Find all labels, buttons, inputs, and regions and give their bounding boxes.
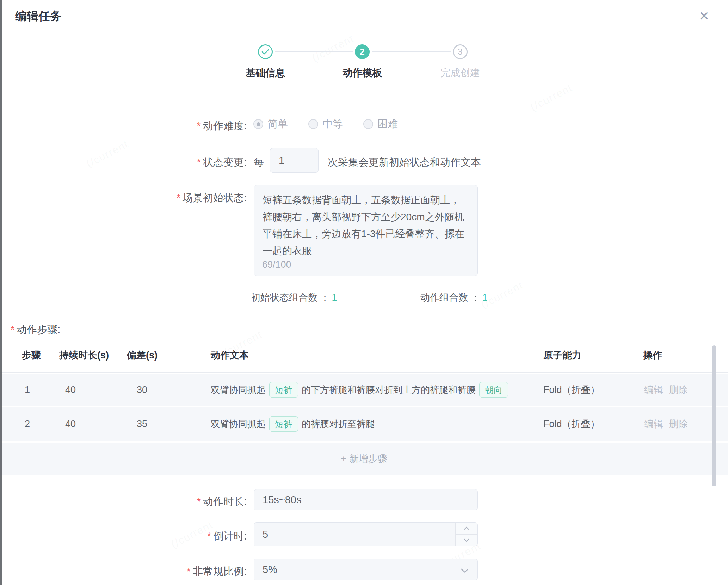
unusual-ratio-value: 5% xyxy=(263,564,277,575)
radio-medium-dot[interactable] xyxy=(308,119,318,129)
required-asterisk: * xyxy=(11,324,14,335)
watermark: (/current xyxy=(310,32,356,64)
radio-hard[interactable]: 困难 xyxy=(363,117,398,131)
row2-index: 2 xyxy=(25,419,30,430)
required-asterisk: * xyxy=(207,530,211,542)
difficulty-radio-group: 简单 中等 困难 xyxy=(253,116,398,132)
close-icon: ✕ xyxy=(699,9,709,24)
col-header-deviation: 偏差(s) xyxy=(127,349,158,362)
vertical-scrollbar[interactable] xyxy=(712,345,716,486)
chevron-down-icon xyxy=(464,538,469,542)
dialog-title: 编辑任务 xyxy=(15,8,62,24)
row2-edit-link[interactable]: 编辑 xyxy=(644,418,663,430)
col-header-operations: 操作 xyxy=(643,349,662,362)
required-asterisk: * xyxy=(187,566,191,577)
row1-action-text: 双臂协同抓起 短裤 的下方裤腿和裤腰对折到上方的裤腿和裤腰 朝向 xyxy=(211,382,508,398)
action-duration-value: 15s~80s xyxy=(263,494,301,506)
unusual-ratio-label: *非常规比例: xyxy=(14,565,247,579)
radio-medium[interactable]: 中等 xyxy=(308,117,343,131)
state-change-label: *状态变更: xyxy=(14,155,247,170)
object-tag[interactable]: 短裤 xyxy=(269,416,298,432)
required-asterisk: * xyxy=(197,156,201,168)
required-asterisk: * xyxy=(197,120,201,131)
add-step-button[interactable]: + 新增步骤 xyxy=(0,443,728,475)
row2-action-text: 双臂协同抓起 短裤 的裤腰对折至裤腿 xyxy=(211,416,375,432)
watermark: (/current xyxy=(529,82,574,114)
countdown-input[interactable]: 5 xyxy=(254,522,478,546)
countdown-spinner xyxy=(455,523,477,546)
table-divider xyxy=(0,372,728,373)
action-combo-label: 动作组合数 ： xyxy=(420,292,480,303)
row1-action-mid: 的下方裤腿和裤腰对折到上方的裤腿和裤腰 xyxy=(302,384,476,396)
row2-ability: Fold（折叠） xyxy=(543,418,600,430)
row2-action-mid: 的裤腰对折至裤腿 xyxy=(302,418,375,430)
dialog-header: 编辑任务 ✕ xyxy=(0,0,728,32)
state-change-value: 1 xyxy=(279,155,284,166)
row1-edit-link[interactable]: 编辑 xyxy=(644,383,663,396)
row1-duration: 40 xyxy=(65,384,76,395)
radio-simple-dot[interactable] xyxy=(253,119,263,129)
row1-delete-link[interactable]: 删除 xyxy=(669,383,688,396)
action-duration-label: *动作时长: xyxy=(14,495,247,509)
edit-task-dialog: (/current (/current (/current (/current … xyxy=(0,0,728,585)
countdown-label: *倒计时: xyxy=(14,529,247,543)
chevron-up-icon xyxy=(464,526,469,530)
object-tag[interactable]: 短裤 xyxy=(269,382,298,398)
state-change-suffix: 次采集会更新初始状态和动作文本 xyxy=(328,155,481,170)
initial-combo-value[interactable]: 1 xyxy=(332,292,337,303)
step2-circle: 2 xyxy=(355,44,370,59)
row2-duration: 40 xyxy=(65,419,76,430)
state-change-input[interactable]: 1 xyxy=(270,148,319,173)
required-asterisk: * xyxy=(197,496,201,507)
chevron-down-icon xyxy=(461,564,469,575)
radio-simple-label: 简单 xyxy=(267,117,288,131)
row1-deviation: 30 xyxy=(137,384,147,395)
col-header-action-text: 动作文本 xyxy=(211,349,249,362)
action-combo-count: 动作组合数 ：1 xyxy=(420,291,488,304)
step-label-finish-create[interactable]: 完成创建 xyxy=(440,66,480,80)
step-row-2: 2 40 35 双臂协同抓起 短裤 的裤腰对折至裤腿 Fold（折叠） 编辑 删… xyxy=(0,407,728,441)
spinner-up-button[interactable] xyxy=(456,523,477,535)
step1-check-icon xyxy=(258,44,273,59)
unusual-ratio-select[interactable]: 5% xyxy=(254,559,478,580)
char-counter: 69/100 xyxy=(262,259,291,270)
col-header-duration: 持续时长(s) xyxy=(59,349,109,362)
col-header-step: 步骤 xyxy=(22,349,41,362)
stepper-connector xyxy=(372,51,451,52)
row2-deviation: 35 xyxy=(137,419,147,430)
step-label-action-template[interactable]: 动作模板 xyxy=(343,66,382,80)
action-combo-value[interactable]: 1 xyxy=(482,292,488,303)
row1-ability: Fold（折叠） xyxy=(543,383,600,396)
row2-action-pre: 双臂协同抓起 xyxy=(211,418,266,430)
required-asterisk: * xyxy=(177,192,180,203)
action-steps-section-label: *动作步骤: xyxy=(11,323,60,337)
countdown-value: 5 xyxy=(263,529,268,540)
radio-hard-label: 困难 xyxy=(377,117,398,131)
scene-initial-label: *场景初始状态: xyxy=(14,191,247,205)
close-button[interactable]: ✕ xyxy=(695,7,713,25)
stepper-connector xyxy=(275,51,353,52)
scene-initial-text: 短裤五条数据背面朝上，五条数据正面朝上，裤腰朝右，离头部视野下方至少20cm之外… xyxy=(263,195,464,256)
radio-simple[interactable]: 简单 xyxy=(253,117,288,131)
initial-combo-label: 初始状态组合数 ： xyxy=(251,292,330,303)
col-header-atomic-ability: 原子能力 xyxy=(543,349,581,362)
radio-medium-label: 中等 xyxy=(322,117,343,131)
row1-index: 1 xyxy=(25,384,30,395)
initial-combo-count: 初始状态组合数 ：1 xyxy=(251,291,337,304)
action-duration-input[interactable]: 15s~80s xyxy=(254,489,478,510)
page-left-edge xyxy=(0,0,2,585)
orientation-tag[interactable]: 朝向 xyxy=(479,382,508,398)
state-change-prefix: 每 xyxy=(254,155,264,170)
step-label-basic-info[interactable]: 基础信息 xyxy=(246,66,285,80)
row1-action-pre: 双臂协同抓起 xyxy=(211,384,266,396)
row2-delete-link[interactable]: 删除 xyxy=(669,418,688,430)
spinner-down-button[interactable] xyxy=(456,535,477,546)
difficulty-label: *动作难度: xyxy=(14,119,247,133)
radio-hard-dot[interactable] xyxy=(363,119,373,129)
step-row-1: 1 40 30 双臂协同抓起 短裤 的下方裤腿和裤腰对折到上方的裤腿和裤腰 朝向… xyxy=(0,374,728,406)
step3-circle: 3 xyxy=(453,44,468,59)
add-step-label: + 新增步骤 xyxy=(341,452,387,465)
